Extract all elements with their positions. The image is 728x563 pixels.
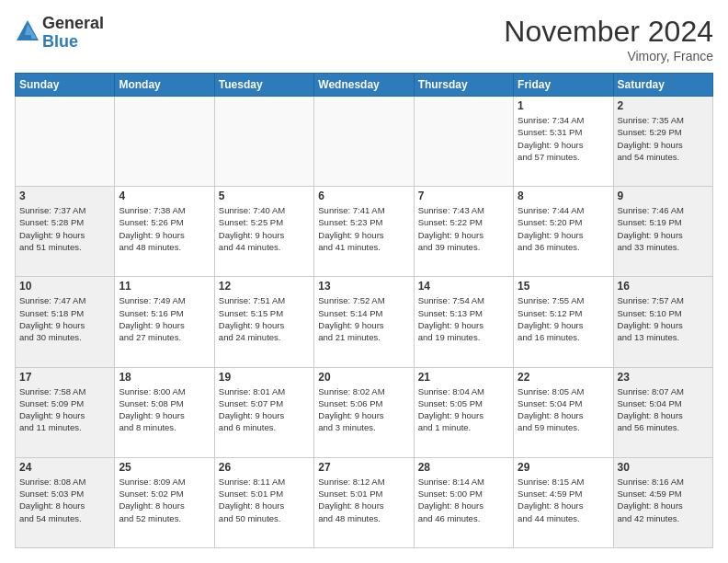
day-info: Sunrise: 8:05 AM Sunset: 5:04 PM Dayligh… bbox=[518, 385, 609, 434]
day-info: Sunrise: 7:54 AM Sunset: 5:13 PM Dayligh… bbox=[418, 294, 509, 343]
day-info: Sunrise: 7:47 AM Sunset: 5:18 PM Dayligh… bbox=[19, 294, 110, 343]
day-cell: 15Sunrise: 7:55 AM Sunset: 5:12 PM Dayli… bbox=[514, 277, 613, 367]
day-number: 9 bbox=[618, 190, 709, 202]
day-cell: 1Sunrise: 7:34 AM Sunset: 5:31 PM Daylig… bbox=[514, 97, 613, 187]
logo-blue: Blue bbox=[42, 33, 104, 52]
day-number: 20 bbox=[318, 371, 409, 384]
day-info: Sunrise: 7:58 AM Sunset: 5:09 PM Dayligh… bbox=[19, 385, 110, 434]
day-info: Sunrise: 7:55 AM Sunset: 5:12 PM Dayligh… bbox=[518, 294, 609, 343]
day-number: 28 bbox=[418, 461, 509, 474]
day-info: Sunrise: 8:15 AM Sunset: 4:59 PM Dayligh… bbox=[518, 476, 609, 524]
logo-general: General bbox=[42, 15, 104, 33]
day-number: 10 bbox=[19, 280, 110, 293]
day-info: Sunrise: 7:34 AM Sunset: 5:31 PM Dayligh… bbox=[518, 114, 609, 163]
month-title: November 2024 bbox=[504, 15, 713, 49]
day-cell: 14Sunrise: 7:54 AM Sunset: 5:13 PM Dayli… bbox=[414, 277, 513, 367]
day-cell bbox=[16, 97, 115, 187]
day-number: 8 bbox=[518, 190, 609, 202]
day-cell: 24Sunrise: 8:08 AM Sunset: 5:03 PM Dayli… bbox=[16, 457, 115, 547]
day-cell: 11Sunrise: 7:49 AM Sunset: 5:16 PM Dayli… bbox=[115, 277, 214, 367]
day-cell: 20Sunrise: 8:02 AM Sunset: 5:06 PM Dayli… bbox=[314, 367, 414, 457]
day-cell: 13Sunrise: 7:52 AM Sunset: 5:14 PM Dayli… bbox=[314, 277, 414, 367]
weekday-header-friday: Friday bbox=[514, 74, 613, 97]
day-cell: 18Sunrise: 8:00 AM Sunset: 5:08 PM Dayli… bbox=[115, 367, 214, 457]
day-cell: 12Sunrise: 7:51 AM Sunset: 5:15 PM Dayli… bbox=[214, 277, 313, 367]
day-number: 17 bbox=[19, 371, 110, 384]
day-cell bbox=[115, 97, 214, 187]
day-info: Sunrise: 8:11 AM Sunset: 5:01 PM Dayligh… bbox=[219, 476, 310, 524]
day-number: 6 bbox=[318, 190, 409, 202]
day-info: Sunrise: 8:07 AM Sunset: 5:04 PM Dayligh… bbox=[618, 385, 709, 434]
day-number: 21 bbox=[418, 371, 509, 384]
day-info: Sunrise: 7:52 AM Sunset: 5:14 PM Dayligh… bbox=[318, 294, 409, 343]
day-info: Sunrise: 7:51 AM Sunset: 5:15 PM Dayligh… bbox=[219, 294, 310, 343]
weekday-header-wednesday: Wednesday bbox=[314, 74, 414, 97]
weekday-header-sunday: Sunday bbox=[16, 74, 115, 97]
week-row-2: 3Sunrise: 7:37 AM Sunset: 5:28 PM Daylig… bbox=[16, 187, 713, 277]
day-number: 26 bbox=[219, 461, 310, 474]
day-info: Sunrise: 7:57 AM Sunset: 5:10 PM Dayligh… bbox=[618, 294, 709, 343]
day-number: 27 bbox=[318, 461, 409, 474]
day-number: 30 bbox=[618, 461, 709, 474]
week-row-5: 24Sunrise: 8:08 AM Sunset: 5:03 PM Dayli… bbox=[16, 457, 713, 547]
day-cell: 26Sunrise: 8:11 AM Sunset: 5:01 PM Dayli… bbox=[214, 457, 313, 547]
day-number: 5 bbox=[219, 190, 310, 202]
day-number: 7 bbox=[418, 190, 509, 202]
weekday-header-row: SundayMondayTuesdayWednesdayThursdayFrid… bbox=[16, 74, 713, 97]
day-info: Sunrise: 7:41 AM Sunset: 5:23 PM Dayligh… bbox=[318, 204, 409, 253]
day-number: 4 bbox=[119, 190, 210, 202]
day-cell: 5Sunrise: 7:40 AM Sunset: 5:25 PM Daylig… bbox=[214, 187, 313, 277]
day-info: Sunrise: 7:37 AM Sunset: 5:28 PM Dayligh… bbox=[19, 204, 110, 253]
day-cell: 29Sunrise: 8:15 AM Sunset: 4:59 PM Dayli… bbox=[514, 457, 613, 547]
day-cell: 27Sunrise: 8:12 AM Sunset: 5:01 PM Dayli… bbox=[314, 457, 414, 547]
day-cell: 10Sunrise: 7:47 AM Sunset: 5:18 PM Dayli… bbox=[16, 277, 115, 367]
day-info: Sunrise: 8:08 AM Sunset: 5:03 PM Dayligh… bbox=[19, 476, 110, 524]
week-row-4: 17Sunrise: 7:58 AM Sunset: 5:09 PM Dayli… bbox=[16, 367, 713, 457]
day-cell: 23Sunrise: 8:07 AM Sunset: 5:04 PM Dayli… bbox=[613, 367, 712, 457]
day-info: Sunrise: 7:35 AM Sunset: 5:29 PM Dayligh… bbox=[618, 114, 709, 163]
day-info: Sunrise: 8:12 AM Sunset: 5:01 PM Dayligh… bbox=[318, 476, 409, 524]
weekday-header-tuesday: Tuesday bbox=[214, 74, 313, 97]
logo-icon bbox=[15, 18, 40, 44]
day-number: 24 bbox=[19, 461, 110, 474]
day-cell: 3Sunrise: 7:37 AM Sunset: 5:28 PM Daylig… bbox=[16, 187, 115, 277]
day-info: Sunrise: 7:44 AM Sunset: 5:20 PM Dayligh… bbox=[518, 204, 609, 253]
location: Vimory, France bbox=[504, 49, 713, 63]
logo-text: General Blue bbox=[42, 15, 104, 52]
weekday-header-monday: Monday bbox=[115, 74, 214, 97]
day-cell bbox=[414, 97, 513, 187]
day-cell bbox=[214, 97, 313, 187]
day-info: Sunrise: 8:04 AM Sunset: 5:05 PM Dayligh… bbox=[418, 385, 509, 434]
day-number: 25 bbox=[119, 461, 210, 474]
day-info: Sunrise: 8:00 AM Sunset: 5:08 PM Dayligh… bbox=[119, 385, 210, 434]
title-area: November 2024 Vimory, France bbox=[504, 15, 713, 63]
day-cell: 22Sunrise: 8:05 AM Sunset: 5:04 PM Dayli… bbox=[514, 367, 613, 457]
day-number: 29 bbox=[518, 461, 609, 474]
day-info: Sunrise: 7:46 AM Sunset: 5:19 PM Dayligh… bbox=[618, 204, 709, 253]
day-cell: 7Sunrise: 7:43 AM Sunset: 5:22 PM Daylig… bbox=[414, 187, 513, 277]
day-cell: 28Sunrise: 8:14 AM Sunset: 5:00 PM Dayli… bbox=[414, 457, 513, 547]
day-cell: 4Sunrise: 7:38 AM Sunset: 5:26 PM Daylig… bbox=[115, 187, 214, 277]
day-info: Sunrise: 7:43 AM Sunset: 5:22 PM Dayligh… bbox=[418, 204, 509, 253]
day-number: 2 bbox=[618, 99, 709, 112]
day-info: Sunrise: 8:16 AM Sunset: 4:59 PM Dayligh… bbox=[618, 476, 709, 524]
day-number: 16 bbox=[618, 280, 709, 293]
weekday-header-thursday: Thursday bbox=[414, 74, 513, 97]
day-cell: 8Sunrise: 7:44 AM Sunset: 5:20 PM Daylig… bbox=[514, 187, 613, 277]
day-info: Sunrise: 7:38 AM Sunset: 5:26 PM Dayligh… bbox=[119, 204, 210, 253]
day-cell: 6Sunrise: 7:41 AM Sunset: 5:23 PM Daylig… bbox=[314, 187, 414, 277]
day-cell: 17Sunrise: 7:58 AM Sunset: 5:09 PM Dayli… bbox=[16, 367, 115, 457]
day-info: Sunrise: 7:40 AM Sunset: 5:25 PM Dayligh… bbox=[219, 204, 310, 253]
calendar-table: SundayMondayTuesdayWednesdayThursdayFrid… bbox=[15, 73, 713, 548]
day-cell bbox=[314, 97, 414, 187]
weekday-header-saturday: Saturday bbox=[613, 74, 712, 97]
day-cell: 30Sunrise: 8:16 AM Sunset: 4:59 PM Dayli… bbox=[613, 457, 712, 547]
day-cell: 9Sunrise: 7:46 AM Sunset: 5:19 PM Daylig… bbox=[613, 187, 712, 277]
day-number: 12 bbox=[219, 280, 310, 293]
day-number: 23 bbox=[618, 371, 709, 384]
day-number: 14 bbox=[418, 280, 509, 293]
day-cell: 16Sunrise: 7:57 AM Sunset: 5:10 PM Dayli… bbox=[613, 277, 712, 367]
day-cell: 2Sunrise: 7:35 AM Sunset: 5:29 PM Daylig… bbox=[613, 97, 712, 187]
week-row-1: 1Sunrise: 7:34 AM Sunset: 5:31 PM Daylig… bbox=[16, 97, 713, 187]
day-info: Sunrise: 8:09 AM Sunset: 5:02 PM Dayligh… bbox=[119, 476, 210, 524]
